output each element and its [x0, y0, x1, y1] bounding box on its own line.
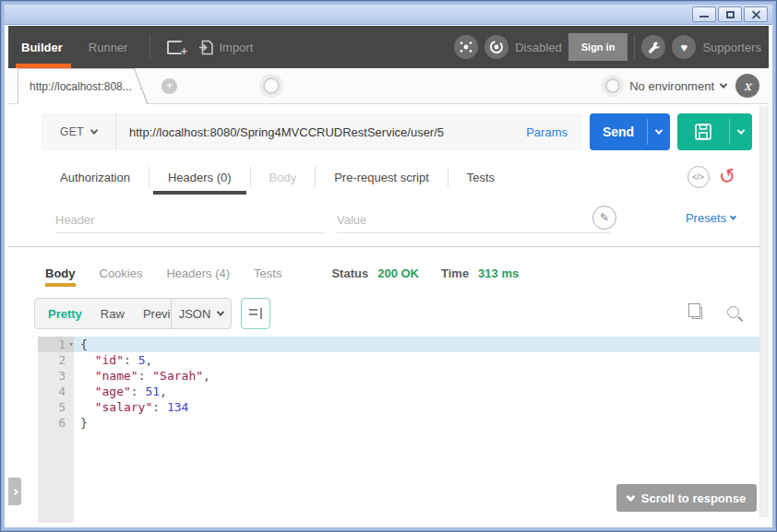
import-button[interactable]: Import	[197, 39, 253, 56]
response-tab-headers[interactable]: Headers (4)	[166, 259, 230, 287]
app-header: Builder Runner + Import	[8, 26, 769, 68]
send-button[interactable]: Send	[590, 113, 670, 150]
scroll-to-response-button[interactable]: Scroll to response	[616, 484, 757, 512]
gutter-line-number: 1▾	[38, 337, 74, 352]
pretty-button[interactable]: Pretty	[39, 307, 91, 321]
sync-button[interactable]	[454, 35, 478, 59]
code-lines: { "id": 5, "name": "Sarah", "age": 51, "…	[74, 337, 759, 431]
sign-in-button[interactable]: Sign in	[568, 33, 628, 61]
request-builder-row: GET http://localhost:8080/Spring4MVCCRUD…	[8, 113, 769, 150]
supporters-label: Supporters	[702, 41, 761, 54]
code-line: "age": 51,	[74, 384, 759, 399]
code-line: "id": 5,	[74, 352, 759, 368]
window-titlebar	[5, 5, 772, 25]
builder-tab[interactable]: Builder	[8, 26, 76, 68]
new-window-button[interactable]: +	[167, 41, 183, 54]
chevron-down-icon	[90, 126, 98, 134]
format-button[interactable]	[241, 298, 270, 329]
import-label: Import	[219, 41, 253, 54]
response-tab-body[interactable]: Body	[45, 259, 76, 287]
params-button[interactable]: Params	[511, 125, 582, 139]
save-options-button[interactable]	[730, 113, 752, 150]
heart-icon: ♥	[681, 41, 688, 53]
support-button[interactable]	[641, 35, 665, 59]
fold-caret-icon[interactable]: ▾	[69, 337, 74, 352]
gutter-lines: 1▾23456	[8, 337, 74, 431]
pencil-icon: ✎	[600, 211, 609, 224]
tab-body[interactable]: Body	[251, 160, 316, 195]
tab-authorization[interactable]: Authorization	[42, 160, 149, 195]
chevron-down-icon	[626, 492, 635, 502]
response-type-dropdown[interactable]: JSON	[171, 298, 232, 329]
response-tab-tests[interactable]: Tests	[254, 259, 281, 287]
edit-button[interactable]: ✎	[592, 206, 616, 230]
url-input[interactable]: http://localhost:8080/Spring4MVCCRUDRest…	[116, 125, 511, 139]
status-label: Status	[331, 266, 368, 280]
send-options-button[interactable]	[648, 113, 670, 150]
gutter-line-number: 6	[38, 415, 74, 431]
minimize-button[interactable]	[692, 6, 716, 22]
copy-icon[interactable]	[692, 307, 702, 319]
active-tab-indicator	[45, 283, 76, 287]
gutter-line-number: 2	[38, 352, 74, 368]
presets-dropdown[interactable]: Presets	[686, 211, 735, 225]
active-tab-indicator	[153, 191, 246, 195]
save-button[interactable]	[677, 113, 752, 150]
request-tabs: Authorization Headers (0) Body Pre-reque…	[42, 160, 735, 195]
code-line: "name": "Sarah",	[74, 368, 759, 384]
supporters-button[interactable]: ♥	[672, 35, 696, 59]
sidebar-toggle-handle[interactable]	[8, 478, 21, 505]
tab-pre-request-script[interactable]: Pre-request script	[316, 160, 448, 195]
request-tab[interactable]: http://localhost:808... ×	[18, 68, 149, 104]
status-value: 200 OK	[377, 266, 419, 280]
raw-button[interactable]: Raw	[91, 307, 134, 321]
app-window: Builder Runner + Import	[0, 0, 777, 532]
header-value-input[interactable]	[337, 207, 611, 233]
builder-label: Builder	[21, 41, 63, 54]
runner-tab[interactable]: Runner	[76, 26, 141, 68]
method-dropdown[interactable]: GET	[42, 125, 115, 138]
search-icon[interactable]	[727, 306, 739, 318]
import-icon	[197, 39, 215, 56]
tab-strip: http://localhost:808... × + No environme…	[8, 68, 769, 104]
chevron-down-icon	[217, 308, 224, 315]
header-key-input[interactable]	[55, 207, 325, 233]
environment-label: No environment	[629, 79, 714, 93]
header-nav: Builder Runner + Import	[8, 26, 260, 68]
vertical-scrollbar[interactable]	[759, 106, 769, 517]
request-response-divider	[8, 246, 763, 247]
interceptor-icon	[488, 39, 505, 55]
response-tab-cookies[interactable]: Cookies	[100, 259, 143, 287]
interceptor-status: Disabled	[515, 41, 562, 54]
format-icon	[249, 308, 262, 319]
window-controls	[692, 6, 768, 22]
tab-tests[interactable]: Tests	[448, 160, 513, 195]
tab-headers[interactable]: Headers (0)	[149, 160, 250, 195]
response-status-group: Status 200 OK Time 313 ms	[331, 266, 532, 280]
reset-icon[interactable]: ↺	[716, 165, 737, 188]
time-label: Time	[441, 266, 469, 280]
close-button[interactable]	[744, 6, 768, 22]
request-tab-title: http://localhost:808...	[30, 80, 132, 93]
new-tab-button[interactable]: +	[161, 78, 177, 94]
headers-editor-row: ✎ Presets	[8, 200, 769, 239]
save-icon	[677, 113, 729, 150]
header-divider	[149, 35, 150, 59]
header-divider-right	[634, 35, 635, 59]
wrench-icon	[647, 41, 661, 54]
chevron-down-icon	[730, 214, 736, 220]
code-line: }	[74, 415, 759, 431]
environment-area: No environment x	[605, 68, 759, 103]
runner-label: Runner	[89, 41, 128, 54]
tab-close-icon[interactable]: ×	[139, 80, 147, 93]
environment-quicklook-button[interactable]: x	[735, 74, 759, 98]
environment-selector[interactable]: No environment	[629, 79, 726, 93]
interceptor-button[interactable]	[484, 35, 508, 59]
chevron-down-icon	[737, 126, 745, 134]
gutter-line-number: 5	[38, 399, 74, 415]
code-line: "salary": 134	[74, 399, 759, 415]
url-bar: GET http://localhost:8080/Spring4MVCCRUD…	[42, 113, 582, 150]
maximize-button[interactable]	[718, 6, 742, 22]
generate-code-button[interactable]: </>	[687, 166, 710, 188]
scroll-button-label: Scroll to response	[641, 491, 746, 505]
